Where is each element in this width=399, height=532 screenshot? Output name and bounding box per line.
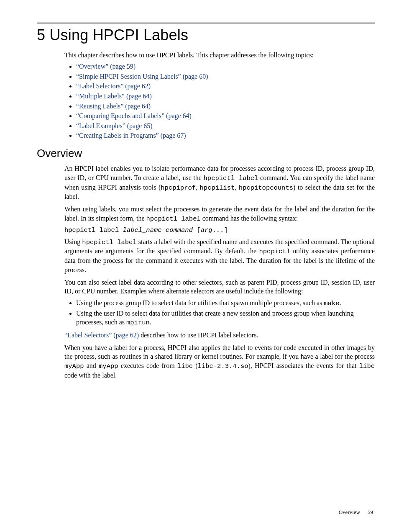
section-heading-overview: Overview — [37, 146, 375, 161]
command-arg: label_name command — [123, 226, 193, 234]
toc-item: “Creating Labels in Programs” (page 67) — [76, 131, 375, 140]
inline-code: libc — [177, 362, 193, 370]
toc-link-overview[interactable]: “Overview” (page 59) — [76, 63, 136, 70]
text: , — [196, 184, 200, 191]
text: and — [84, 362, 99, 369]
toc-item: “Label Examples” (page 65) — [76, 121, 375, 131]
text: ), HPCPI associates the events for that — [248, 362, 359, 369]
inline-code: make — [324, 300, 339, 307]
text: command has the following syntax: — [201, 215, 298, 222]
command-arg: arg — [201, 226, 212, 234]
toc-link-reusing-labels[interactable]: “Reusing Labels” (page 64) — [76, 103, 151, 110]
paragraph: When you have a label for a process, HPC… — [64, 343, 375, 380]
text: describes how to use HPCPI label selecto… — [139, 332, 258, 339]
text: ( — [193, 362, 198, 369]
toc-link-label-examples[interactable]: “Label Examples” (page 65) — [76, 122, 153, 129]
inline-code: myApp — [99, 362, 118, 370]
list-item: Using the process group ID to select dat… — [76, 298, 375, 308]
text: [ — [193, 226, 201, 234]
text: executes code from — [118, 362, 177, 369]
text: Using the process group ID to select dat… — [76, 299, 324, 306]
list-item: Using the user ID to select data for uti… — [76, 309, 375, 328]
text: , — [235, 184, 239, 191]
text: Using — [64, 238, 82, 245]
inline-code: mpirun — [126, 319, 150, 326]
toc-item: “Comparing Epochs and Labels” (page 64) — [76, 111, 375, 121]
inline-code: hpcpictl label — [146, 215, 201, 223]
text: hpcpictl label — [64, 226, 123, 234]
toc-list: “Overview” (page 59) “Simple HPCPI Sessi… — [64, 62, 375, 140]
inline-code: hpcpiprof — [161, 184, 196, 192]
inline-code: hpcpictl label — [204, 175, 258, 182]
link-label-selectors[interactable]: “Label Selectors” (page 62) — [64, 332, 139, 339]
top-rule — [37, 23, 375, 23]
toc-link-simple-session[interactable]: “Simple HPCPI Session Using Labels” (pag… — [76, 73, 208, 80]
toc-item: “Label Selectors” (page 62) — [76, 82, 375, 91]
inline-code: libc-2.3.4.so — [198, 362, 248, 370]
toc-link-comparing-epochs[interactable]: “Comparing Epochs and Labels” (page 64) — [76, 112, 192, 119]
paragraph: An HPCPI label enables you to isolate pe… — [64, 164, 375, 201]
inline-code: hpcpilist — [200, 184, 235, 192]
toc-link-label-selectors[interactable]: “Label Selectors” (page 62) — [76, 82, 151, 90]
text: . — [150, 319, 151, 326]
text: Using the user ID to select data for uti… — [76, 310, 354, 326]
paragraph: Using hpcpictl label starts a label with… — [64, 237, 375, 275]
page: 5 Using HPCPI Labels This chapter descri… — [0, 0, 399, 532]
footer-page-number: 59 — [368, 509, 373, 515]
toc-item: “Simple HPCPI Session Using Labels” (pag… — [76, 72, 375, 81]
text: ...] — [212, 226, 228, 234]
toc-link-creating-labels[interactable]: “Creating Labels in Programs” (page 67) — [76, 132, 186, 139]
paragraph: When using labels, you must select the p… — [64, 205, 375, 224]
toc-link-multiple-labels[interactable]: “Multiple Labels” (page 64) — [76, 93, 152, 100]
toc-item: “Overview” (page 59) — [76, 62, 375, 71]
intro-paragraph: This chapter describes how to use HPCPI … — [64, 51, 375, 60]
page-footer: Overview59 — [339, 509, 373, 516]
body-column: This chapter describes how to use HPCPI … — [64, 51, 375, 380]
footer-section: Overview — [339, 509, 360, 515]
text: . — [340, 299, 341, 306]
text: When you have a label for a process, HPC… — [64, 344, 375, 360]
inline-code: myApp — [64, 362, 84, 370]
inline-code: hpcpictl — [259, 248, 290, 255]
paragraph: You can also select label data according… — [64, 278, 375, 296]
toc-item: “Multiple Labels” (page 64) — [76, 92, 375, 101]
text: code with the label. — [64, 372, 117, 379]
command-syntax: hpcpictl label label_name command [arg..… — [64, 226, 375, 235]
chapter-title: 5 Using HPCPI Labels — [37, 25, 375, 46]
inline-code: hpcpictl label — [82, 239, 136, 246]
toc-item: “Reusing Labels” (page 64) — [76, 102, 375, 111]
inline-code: hpcpitopcounts — [239, 184, 293, 192]
inline-code: libc — [359, 362, 375, 370]
paragraph: “Label Selectors” (page 62) describes ho… — [64, 331, 375, 340]
bullet-list: Using the process group ID to select dat… — [64, 298, 375, 327]
